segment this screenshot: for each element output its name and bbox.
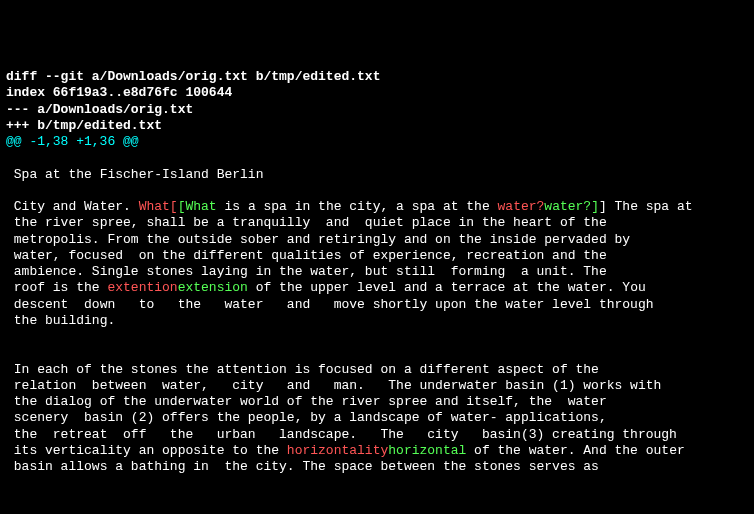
from-file: --- a/Downloads/orig.txt bbox=[6, 102, 193, 117]
context-line: ambience. Single stones laying in the wa… bbox=[6, 264, 607, 279]
added-text: horizontal bbox=[388, 443, 466, 458]
context-line: the river spree, shall be a tranquilly a… bbox=[6, 215, 607, 230]
diff-header-line: diff --git a/Downloads/orig.txt b/tmp/ed… bbox=[6, 69, 380, 84]
context-line: In each of the stones the attention is f… bbox=[6, 362, 599, 377]
context-line bbox=[6, 475, 14, 490]
index-line: index 66f19a3..e8d76fc 100644 bbox=[6, 85, 232, 100]
context-line: roof is the extentionextension of the up… bbox=[6, 280, 646, 295]
context-line: metropolis. From the outside sober and r… bbox=[6, 232, 630, 247]
to-file: +++ b/tmp/edited.txt bbox=[6, 118, 162, 133]
added-text: extension bbox=[178, 280, 248, 295]
context-line: City and Water. What[[What is a spa in t… bbox=[6, 199, 693, 214]
hunk-header: @@ -1,38 +1,36 @@ bbox=[6, 134, 139, 149]
context-line: basin allows a bathing in the city. The … bbox=[6, 459, 599, 474]
deleted-text: water? bbox=[498, 199, 545, 214]
added-text: water?] bbox=[544, 199, 599, 214]
context-line bbox=[6, 329, 14, 344]
context-line: relation between water, city and man. Th… bbox=[6, 378, 661, 393]
context-line bbox=[6, 508, 14, 514]
context-line bbox=[6, 345, 14, 360]
deleted-text: horizontality bbox=[287, 443, 388, 458]
diff-output: diff --git a/Downloads/orig.txt b/tmp/ed… bbox=[6, 69, 748, 514]
context-line: scenery basin (2) offers the people, by … bbox=[6, 410, 607, 425]
context-line: water, focused on the different qualitie… bbox=[6, 248, 607, 263]
context-line: Spa at the Fischer-Island Berlin bbox=[6, 167, 263, 182]
deleted-text: extention bbox=[107, 280, 177, 295]
context-line: its verticality an opposite to the horiz… bbox=[6, 443, 685, 458]
context-line: descent down to the water and move short… bbox=[6, 297, 654, 312]
context-line: the building. bbox=[6, 313, 115, 328]
context-line: the retreat off the urban landscape. The… bbox=[6, 427, 677, 442]
context-line bbox=[6, 492, 14, 507]
context-line: the dialog of the underwater world of th… bbox=[6, 394, 607, 409]
added-text: [What bbox=[178, 199, 217, 214]
deleted-text: What[ bbox=[139, 199, 178, 214]
context-line bbox=[6, 150, 14, 165]
context-line bbox=[6, 183, 14, 198]
